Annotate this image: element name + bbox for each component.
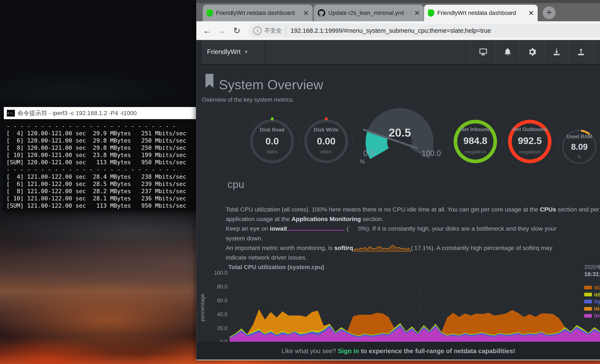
gauge-unit: megabits/s: [508, 149, 551, 154]
browser-window: FriendlyWrt netdata dashboard ✕ Update r…: [196, 0, 600, 360]
browser-toolbar: ← → ↻ i 不安全 192.168.2.1:19999/#menu_syst…: [196, 21, 600, 40]
cpu-description: Total CPU utilization (all cores). 100% …: [226, 205, 599, 262]
signin-bar: Like what you see? Sign in to experience…: [196, 342, 600, 360]
gauge-value: 992.5: [508, 135, 551, 146]
back-button[interactable]: ←: [201, 25, 213, 36]
gauge-label: Net Outbound: [508, 126, 551, 132]
github-favicon: [318, 9, 325, 17]
toolbar-button-clipped[interactable]: [593, 40, 600, 64]
terminal-line: [ 8] 120.00-121.00 sec 29.8 MBytes 250 M…: [6, 144, 196, 151]
netdata-favicon: [427, 9, 435, 17]
gauge-label: Used RAM: [558, 134, 600, 140]
terminal-line: [ 6] 120.00-121.00 sec 29.8 MBytes 250 M…: [6, 137, 196, 144]
netdata-header: FriendlyWrt ▼: [196, 40, 600, 65]
terminal-line: [ 8] 121.00-122.00 sec 28.2 MBytes 237 M…: [6, 188, 196, 195]
url-separator: [286, 26, 286, 35]
chart-time: 16:31:2: [584, 271, 600, 278]
gauge-unit: MiB/s: [305, 149, 347, 154]
cpu-section-heading: cpu: [227, 178, 244, 190]
legend-item[interactable]: nice: [584, 306, 600, 311]
host-dropdown[interactable]: FriendlyWrt ▼: [196, 40, 265, 64]
tab-netdata-1[interactable]: FriendlyWrt netdata dashboard ✕: [203, 5, 313, 21]
terminal-line: - - - - - - - - - - - - - - - - - - - - …: [6, 122, 196, 130]
page-title: System Overview: [219, 77, 323, 92]
terminal-line: [SUM] 121.00-122.00 sec 113 MBytes 950 M…: [6, 202, 196, 209]
terminal-titlebar[interactable]: C:\_ 命令提示符 - iperf3 -c 192.168.1.2 -P4 -…: [4, 107, 196, 119]
gauge-value: 8.09: [558, 142, 600, 152]
terminal-window: C:\_ 命令提示符 - iperf3 -c 192.168.1.2 -P4 -…: [4, 107, 196, 211]
cpu-gauge-min: 0.0: [352, 149, 386, 158]
disk-write-status-dot: [325, 117, 328, 121]
upload-icon: [577, 47, 586, 56]
address-bar[interactable]: i 不安全 192.168.2.1:19999/#menu_system_sub…: [248, 24, 600, 37]
cpu-utilization-chart[interactable]: [230, 270, 600, 342]
tab-close-icon[interactable]: ✕: [414, 9, 420, 17]
gauge-label: Net Inbound: [454, 126, 497, 132]
iowait-sparkline: [287, 229, 345, 231]
sign-in-link[interactable]: Sign in: [338, 347, 359, 355]
terminal-line: [ 6] 121.00-122.00 sec 28.5 MBytes 239 M…: [6, 180, 196, 188]
page-subtitle: Overview of the key system metrics.: [202, 97, 294, 103]
info-icon[interactable]: i: [253, 27, 262, 35]
tab-separator: [313, 9, 313, 18]
disk-read-status-dot: [271, 117, 274, 121]
tab-title: FriendlyWrt netdata dashboard: [216, 10, 300, 16]
tab-strip: FriendlyWrt netdata dashboard ✕ Update r…: [196, 0, 600, 21]
legend-item[interactable]: user: [584, 292, 600, 297]
chart-date: 2020年3: [584, 263, 600, 271]
tab-close-icon[interactable]: ✕: [303, 9, 309, 17]
terminal-line: [ 4] 121.00-122.00 sec 28.4 MBytes 238 M…: [6, 173, 196, 180]
gauge-value: 984.8: [454, 135, 497, 146]
y-tick: 80.0: [202, 284, 227, 290]
legend-swatch: [584, 293, 592, 296]
settings-button[interactable]: [520, 40, 544, 64]
gauge-label: Disk Read: [251, 127, 293, 133]
cpus-link[interactable]: CPUs: [540, 206, 556, 213]
terminal-line: [SUM] 120.00-121.00 sec 113 MBytes 950 M…: [6, 159, 196, 166]
legend-swatch: [584, 300, 592, 303]
cpu-gauge-unit: %: [345, 159, 379, 165]
terminal-line: [ 10] 120.00-121.00 sec 23.8 MBytes 199 …: [6, 151, 196, 159]
window-bottom-edge: [196, 360, 600, 360]
terminal-line: [ 10] 121.00-122.00 sec 28.1 MBytes 236 …: [6, 195, 196, 202]
reload-button[interactable]: ↻: [231, 25, 242, 36]
terminal-title: 命令提示符 - iperf3 -c 192.168.1.2 -P4 -t1000: [18, 109, 137, 117]
chevron-down-icon: ▼: [244, 50, 248, 55]
security-label: 不安全: [264, 27, 282, 35]
chart-title: Total CPU utilization (system.cpu): [228, 264, 324, 271]
gauge-value: 0.00: [305, 136, 347, 147]
download-icon: [552, 47, 561, 56]
terminal-line: [ 4] 120.00-121.00 sec 29.9 MBytes 251 M…: [6, 130, 196, 137]
legend-item[interactable]: iowait: [584, 313, 600, 318]
y-tick: 40.0: [202, 311, 227, 317]
gauge-value: 0.0: [251, 136, 293, 147]
y-axis-label: percentage: [199, 289, 206, 327]
tab-title: FriendlyWrt netdata dashboard: [437, 10, 525, 16]
import-snapshot-button[interactable]: [569, 40, 593, 64]
tab-title: Update r2s_lean_minimal.yml · k: [328, 10, 412, 16]
gauge-unit: MiB/s: [251, 149, 293, 154]
tab-netdata-2-active[interactable]: FriendlyWrt netdata dashboard ✕: [424, 5, 538, 21]
legend-item[interactable]: system: [584, 299, 600, 304]
legend-swatch: [584, 314, 592, 318]
alarms-button[interactable]: [495, 40, 520, 64]
softirq-sparkline: [354, 243, 411, 252]
terminal-output[interactable]: - - - - - - - - - - - - - - - - - - - - …: [4, 119, 196, 211]
tab-github[interactable]: Update r2s_lean_minimal.yml · k ✕: [314, 5, 424, 21]
gauge-unit: %: [558, 154, 600, 159]
y-tick: 100.0: [202, 270, 227, 276]
applications-monitoring-link[interactable]: Applications Monitoring: [291, 215, 361, 222]
new-tab-button[interactable]: +: [543, 6, 555, 19]
gauge-unit: megabits/s: [454, 149, 497, 154]
cmd-icon: C:\_: [7, 110, 15, 117]
tab-close-icon[interactable]: ✕: [528, 9, 534, 17]
legend-item[interactable]: softirq: [584, 285, 600, 290]
host-name: FriendlyWrt: [207, 48, 241, 56]
cpu-gauge-value: 20.5: [378, 126, 421, 139]
legend-swatch: [584, 286, 592, 289]
url-text[interactable]: 192.168.2.1:19999/#menu_system_submenu_c…: [291, 27, 491, 34]
forward-button[interactable]: →: [216, 25, 227, 36]
print-monitor-button[interactable]: [471, 40, 495, 64]
legend-swatch: [584, 307, 592, 311]
export-snapshot-button[interactable]: [544, 40, 569, 64]
